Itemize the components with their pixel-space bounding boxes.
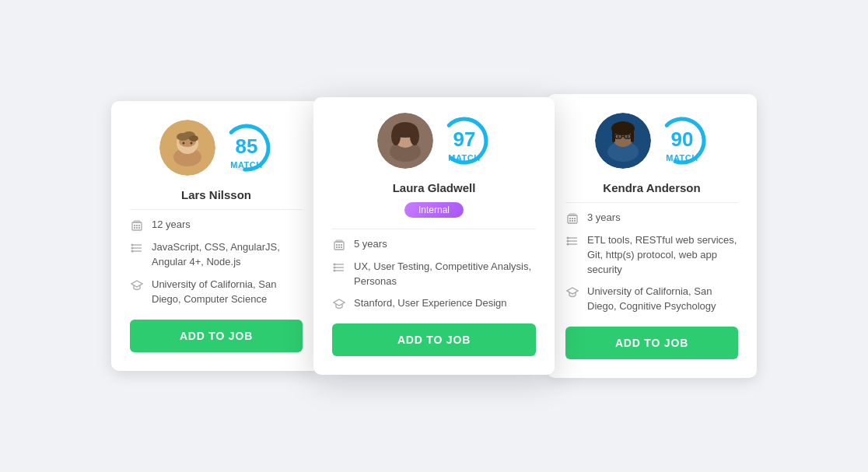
years-laura: 5 years: [332, 237, 536, 252]
svg-rect-65: [569, 214, 576, 215]
svg-point-20: [131, 244, 134, 246]
svg-point-6: [189, 135, 198, 142]
svg-rect-61: [574, 218, 576, 219]
avatar-laura: [377, 113, 433, 169]
match-label-kendra: MATCH: [666, 153, 698, 163]
internal-badge-laura: Internal: [332, 202, 536, 218]
svg-rect-12: [138, 225, 140, 226]
years-text-laura: 5 years: [354, 237, 536, 252]
svg-rect-35: [341, 244, 342, 246]
svg-rect-16: [134, 221, 140, 222]
graduation-icon: [332, 297, 346, 311]
svg-marker-23: [131, 281, 142, 287]
match-badge-kendra: 90MATCH: [656, 113, 709, 167]
education-text-kendra: University of California, San Diego, Cog…: [587, 285, 738, 314]
education-laura: Stanford, User Experience Design: [332, 296, 536, 311]
name-kendra: Kendra Anderson: [565, 181, 738, 194]
svg-point-22: [131, 250, 134, 253]
skills-laura: UX, User Testing, Competitive Analysis, …: [332, 260, 536, 289]
svg-rect-52: [631, 128, 634, 142]
svg-point-44: [334, 266, 336, 268]
svg-rect-15: [138, 227, 140, 229]
svg-rect-10: [134, 225, 135, 226]
svg-point-21: [131, 247, 134, 250]
svg-point-69: [567, 236, 569, 239]
add-to-job-button-laura[interactable]: ADD TO JOB: [332, 323, 536, 356]
svg-point-43: [334, 263, 336, 265]
svg-rect-37: [338, 246, 340, 248]
building-icon: [130, 219, 144, 233]
match-circle-laura: 97MATCH: [438, 114, 491, 167]
match-badge-lars: 85MATCH: [220, 120, 273, 174]
svg-rect-33: [336, 244, 338, 246]
card-lars: 85MATCHLars Nilsson 12 years JavaScript,…: [111, 101, 321, 370]
svg-point-57: [627, 135, 629, 138]
svg-rect-59: [569, 218, 571, 219]
avatar-lars: [159, 120, 215, 176]
graduation-icon: [130, 278, 144, 292]
svg-rect-62: [569, 220, 571, 222]
years-lars: 12 years: [130, 218, 303, 233]
skills-text-kendra: ETL tools, RESTful web services, Git, ht…: [587, 233, 738, 278]
years-text-kendra: 3 years: [587, 211, 738, 226]
match-circle-kendra: 90MATCH: [656, 114, 709, 167]
add-to-job-button-kendra[interactable]: ADD TO JOB: [565, 327, 738, 359]
match-number-lars: 85: [236, 136, 258, 156]
svg-rect-63: [572, 220, 573, 222]
skills-text-lars: JavaScript, CSS, AngularJS, Angular 4+, …: [152, 240, 303, 270]
internal-label: Internal: [404, 202, 464, 218]
card-kendra: 90MATCHKendra Anderson 3 years ETL tools…: [547, 94, 757, 378]
graduation-icon: [565, 285, 579, 299]
skills-icon: [130, 241, 144, 255]
skills-text-laura: UX, User Testing, Competitive Analysis, …: [354, 260, 536, 289]
skills-icon: [565, 234, 579, 248]
svg-rect-13: [134, 227, 135, 229]
svg-point-29: [410, 127, 419, 145]
avatar-area-kendra: 90MATCH: [565, 113, 738, 169]
svg-rect-11: [136, 225, 138, 226]
education-kendra: University of California, San Diego, Cog…: [565, 285, 738, 314]
svg-marker-72: [567, 288, 578, 294]
svg-point-31: [408, 135, 411, 138]
svg-point-71: [567, 243, 569, 245]
match-number-laura: 97: [453, 129, 476, 149]
svg-rect-38: [341, 246, 342, 248]
svg-rect-39: [336, 240, 342, 242]
svg-point-45: [334, 269, 336, 271]
svg-point-7: [183, 142, 185, 145]
cards-container: 85MATCHLars Nilsson 12 years JavaScript,…: [96, 47, 772, 425]
avatar-kendra: [595, 113, 651, 169]
match-badge-laura: 97MATCH: [438, 113, 491, 167]
education-text-lars: University of California, San Diego, Com…: [152, 278, 303, 307]
card-laura: 97MATCHLaura GladwellInternal 5 years UX…: [313, 97, 555, 376]
years-kendra: 3 years: [565, 211, 738, 226]
match-number-kendra: 90: [671, 129, 694, 149]
skills-icon: [332, 260, 346, 274]
avatar-area-laura: 97MATCH: [332, 113, 536, 169]
svg-marker-46: [334, 299, 345, 306]
name-laura: Laura Gladwell: [332, 181, 536, 194]
avatar-area-lars: 85MATCH: [130, 120, 303, 176]
match-circle-lars: 85MATCH: [220, 121, 273, 174]
skills-lars: JavaScript, CSS, AngularJS, Angular 4+, …: [130, 240, 303, 270]
skills-kendra: ETL tools, RESTful web services, Git, ht…: [565, 233, 738, 278]
education-text-laura: Stanford, User Experience Design: [354, 296, 536, 311]
match-label-lars: MATCH: [230, 160, 262, 170]
svg-point-30: [400, 135, 403, 138]
svg-point-56: [618, 135, 620, 138]
svg-point-28: [391, 127, 401, 145]
building-icon: [332, 238, 346, 252]
building-icon: [565, 212, 579, 226]
svg-rect-36: [336, 246, 338, 248]
svg-rect-60: [572, 218, 573, 219]
svg-point-70: [567, 239, 569, 242]
svg-rect-34: [338, 244, 340, 246]
match-label-laura: MATCH: [448, 153, 480, 163]
years-text-lars: 12 years: [152, 218, 303, 233]
svg-rect-14: [136, 227, 138, 229]
svg-point-8: [191, 142, 193, 145]
svg-rect-64: [574, 220, 576, 222]
add-to-job-button-lars[interactable]: ADD TO JOB: [130, 320, 303, 352]
education-lars: University of California, San Diego, Com…: [130, 278, 303, 307]
name-lars: Lars Nilsson: [130, 188, 303, 201]
